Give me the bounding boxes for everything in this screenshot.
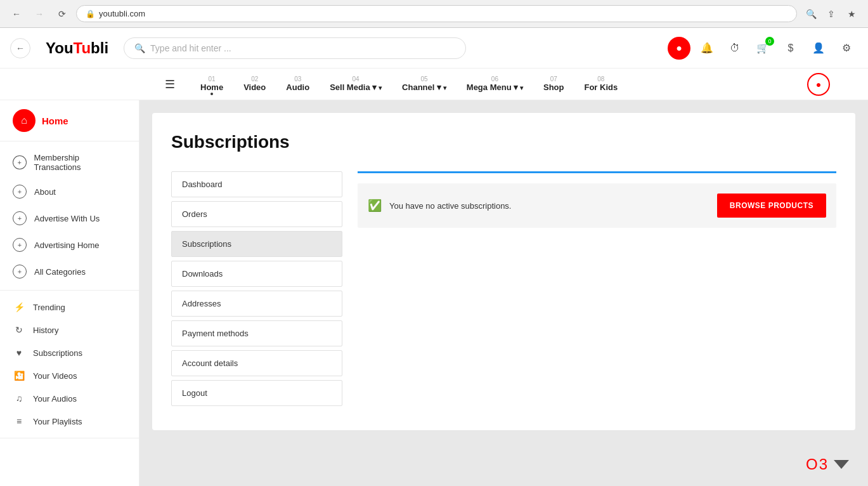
lock-icon: 🔒 <box>86 10 95 18</box>
nav-item-home[interactable]: 01 Home <box>190 69 233 100</box>
gear-icon: ⚙ <box>842 42 851 54</box>
sidebar-item-label: Your Audios <box>33 394 77 404</box>
sidebar-item-trending[interactable]: ⚡ Trending <box>0 296 139 319</box>
logo-bdi: bli <box>91 39 108 57</box>
reload-button[interactable]: ⟳ <box>53 5 71 23</box>
nav-item-shop[interactable]: 07 Shop <box>533 69 574 100</box>
history-icon: ↻ <box>13 325 25 335</box>
hamburger-menu[interactable]: ☰ <box>165 77 175 91</box>
main-layout: ⌂ Home + Membership Transactions + About… <box>0 100 868 486</box>
search-placeholder: Type and hit enter ... <box>150 43 231 53</box>
browser-share-button[interactable]: ⇪ <box>822 5 840 23</box>
music-icon: ♫ <box>13 393 25 404</box>
heart-icon: ♥ <box>13 348 25 358</box>
back-button[interactable]: ← <box>8 5 25 23</box>
menu-item-payment-methods[interactable]: Payment methods <box>171 320 342 346</box>
nav-item-sell-media[interactable]: 04 Sell Media ▾ <box>320 69 392 100</box>
menu-item-dashboard[interactable]: Dashboard <box>171 171 342 197</box>
sub-notice-text: You have no active subscriptions. <box>389 201 709 211</box>
sidebar-item-advertise[interactable]: + Advertise With Us <box>0 205 139 232</box>
sidebar-item-your-audios[interactable]: ♫ Your Audios <box>0 387 139 410</box>
cart-button[interactable]: 🛒 0 <box>751 37 774 60</box>
logo-you: You <box>46 39 74 57</box>
corner-number: O3 <box>806 456 829 473</box>
top-header: ← YouTubli 🔍 Type and hit enter ... ● 🔔 … <box>0 28 868 69</box>
browser-search-button[interactable]: 🔍 <box>802 5 820 23</box>
notifications-button[interactable]: 🔔 <box>696 37 718 60</box>
menu-item-account-details[interactable]: Account details <box>171 350 342 376</box>
playlist-icon: ≡ <box>13 416 25 426</box>
app: ← YouTubli 🔍 Type and hit enter ... ● 🔔 … <box>0 28 868 486</box>
sidebar-item-label: Your Playlists <box>33 417 82 426</box>
nav-item-mega-menu[interactable]: 06 Mega Menu ▾ <box>457 69 533 100</box>
url-text: youtubli.com <box>99 9 787 18</box>
sidebar-item-about[interactable]: + About <box>0 178 139 205</box>
video-icon: 🎦 <box>13 371 25 381</box>
plus-icon: + <box>13 185 27 199</box>
nav-item-audio[interactable]: 03 Audio <box>276 69 320 100</box>
dollar-button[interactable]: $ <box>779 37 802 60</box>
sidebar-item-advertising-home[interactable]: + Advertising Home <box>0 232 139 258</box>
bottom-corner: O3 <box>806 456 849 473</box>
clock-button[interactable]: ⏱ <box>723 37 746 60</box>
forward-button[interactable]: → <box>30 5 48 23</box>
sidebar-item-label: About <box>34 187 56 197</box>
sidebar-item-your-playlists[interactable]: ≡ Your Playlists <box>0 410 139 433</box>
trending-icon: ⚡ <box>13 302 25 312</box>
user-icon: 👤 <box>812 42 825 54</box>
sidebar-item-label: Subscriptions <box>33 348 82 358</box>
sidebar-item-your-videos[interactable]: 🎦 Your Videos <box>0 364 139 387</box>
menu-item-orders[interactable]: Orders <box>171 201 342 227</box>
address-bar[interactable]: 🔒 youtubli.com <box>76 5 797 22</box>
logo: YouTubli <box>46 39 108 57</box>
plus-icon: + <box>13 155 27 169</box>
nav-item-video[interactable]: 02 Video <box>233 69 276 100</box>
sidebar-item-subscriptions[interactable]: ♥ Subscriptions <box>0 341 139 364</box>
clock-icon: ⏱ <box>730 43 740 54</box>
sidebar-item-history[interactable]: ↻ History <box>0 319 139 341</box>
nav-home-circle[interactable]: ● <box>807 73 830 96</box>
sidebar: ⌂ Home + Membership Transactions + About… <box>0 100 139 486</box>
sidebar-item-label: Advertise With Us <box>34 214 100 223</box>
sidebar-item-label: Trending <box>33 303 65 312</box>
subscriptions-card: Subscriptions Dashboard Orders Subscript… <box>152 113 855 430</box>
settings-button[interactable]: ⚙ <box>835 37 858 60</box>
sidebar-section-user: ⚡ Trending ↻ History ♥ Subscriptions 🎦 Y… <box>0 291 139 438</box>
sidebar-item-label: History <box>33 325 58 335</box>
header-back-button[interactable]: ← <box>10 38 30 58</box>
header-icons: ● 🔔 ⏱ 🛒 0 $ 👤 ⚙ <box>668 37 858 60</box>
nav-item-for-kids[interactable]: 08 For Kids <box>574 69 628 100</box>
sidebar-item-label: Membership Transactions <box>34 153 126 172</box>
browser-actions: 🔍 ⇪ ★ <box>802 5 860 23</box>
search-icon: 🔍 <box>134 43 145 53</box>
menu-item-downloads[interactable]: Downloads <box>171 261 342 287</box>
sidebar-home[interactable]: ⌂ Home <box>0 100 139 141</box>
browser-bookmark-button[interactable]: ★ <box>843 5 860 23</box>
sidebar-section-links: + Membership Transactions + About + Adve… <box>0 141 139 291</box>
menu-item-subscriptions[interactable]: Subscriptions <box>171 231 342 257</box>
menu-item-logout[interactable]: Logout <box>171 380 342 406</box>
user-button[interactable]: 👤 <box>807 37 830 60</box>
sidebar-item-all-categories[interactable]: + All Categories <box>0 258 139 285</box>
live-icon: ● <box>676 43 682 54</box>
dollar-icon: $ <box>788 43 794 54</box>
live-button[interactable]: ● <box>668 37 690 60</box>
plus-icon: + <box>13 265 27 279</box>
content-area: Subscriptions Dashboard Orders Subscript… <box>139 100 868 486</box>
nav-item-channel[interactable]: 05 Channel ▾ <box>392 69 457 100</box>
plus-icon: + <box>13 238 27 252</box>
sub-sidebar: Dashboard Orders Subscriptions Downloads… <box>171 171 342 410</box>
sub-content: ✅ You have no active subscriptions. BROW… <box>358 171 836 410</box>
menu-item-addresses[interactable]: Addresses <box>171 291 342 317</box>
sidebar-item-membership[interactable]: + Membership Transactions <box>0 147 139 178</box>
check-circle-icon: ✅ <box>368 199 382 213</box>
sub-layout: Dashboard Orders Subscriptions Downloads… <box>171 171 836 410</box>
browse-products-button[interactable]: BROWSE PRODUCTS <box>717 194 826 218</box>
sidebar-item-label: All Categories <box>34 267 86 277</box>
corner-arrow-icon <box>834 460 849 469</box>
nav-dot <box>211 93 213 95</box>
cart-badge: 0 <box>765 37 774 46</box>
logo-tube: Tu <box>74 39 91 57</box>
page-title: Subscriptions <box>171 132 836 152</box>
search-bar[interactable]: 🔍 Type and hit enter ... <box>124 37 466 59</box>
